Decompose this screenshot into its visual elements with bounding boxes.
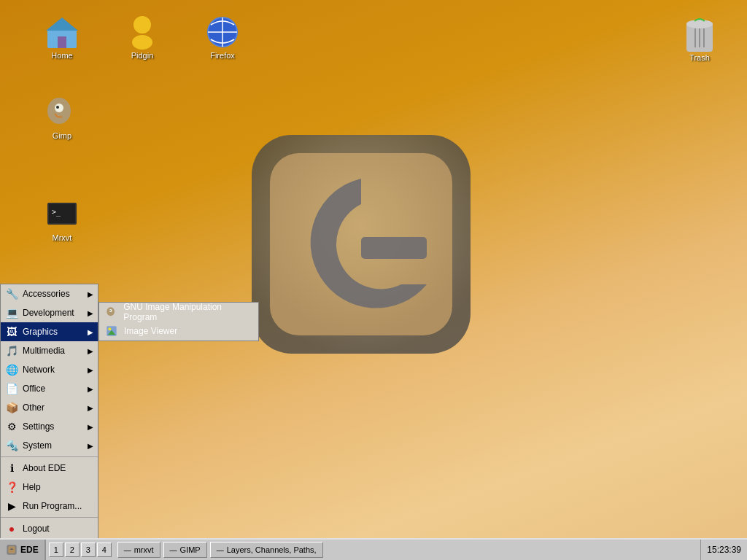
menu-separator-1 xyxy=(1,456,98,457)
start-button[interactable]: EDE xyxy=(0,540,46,560)
menu-item-help[interactable]: ❓ Help xyxy=(1,478,98,497)
svg-rect-5 xyxy=(58,36,66,48)
pidgin-icon xyxy=(125,15,160,50)
menu-item-settings[interactable]: ⚙ Settings ▶ xyxy=(1,417,98,436)
menu-separator-2 xyxy=(1,517,98,518)
home-icon xyxy=(44,15,80,50)
settings-icon: ⚙ xyxy=(5,420,18,433)
menu-item-network[interactable]: 🌐 Network ▶ xyxy=(1,360,98,379)
gimp-icon xyxy=(44,95,80,130)
desktop-icon-trash[interactable]: Trash xyxy=(674,18,725,62)
multimedia-icon: 🎵 xyxy=(5,344,18,357)
firefox-icon xyxy=(205,15,240,50)
run-icon: ▶ xyxy=(5,499,18,513)
workspace-3[interactable]: 3 xyxy=(81,542,96,557)
task-layers[interactable]: — Layers, Channels, Paths, xyxy=(210,542,323,558)
submenu-item-viewer[interactable]: Image Viewer xyxy=(99,322,258,341)
clock: 15:23:39 xyxy=(700,540,747,560)
menu-item-about[interactable]: ℹ About EDE xyxy=(1,459,98,478)
gimp-label: Gimp xyxy=(53,131,71,140)
network-icon: 🌐 xyxy=(5,363,18,376)
menu-item-accessories[interactable]: 🔧 Accessories ▶ xyxy=(1,284,98,303)
menu-item-logout[interactable]: ● Logout xyxy=(1,519,98,538)
task-list: — mrxvt — GIMP — Layers, Channels, Paths… xyxy=(117,540,701,560)
about-icon: ℹ xyxy=(5,462,18,475)
svg-point-25 xyxy=(109,310,110,311)
task-gimp-label: GIMP xyxy=(180,545,201,554)
ede-logo xyxy=(244,128,478,361)
task-gimp-dash: — xyxy=(170,546,177,554)
clock-display: 15:23:39 xyxy=(707,545,741,555)
firefox-label: Firefox xyxy=(210,51,235,60)
start-label: EDE xyxy=(20,545,39,555)
submenu-item-gimp[interactable]: GNU Image Manipulation Program xyxy=(99,303,258,322)
gimp-submenu-icon xyxy=(105,306,117,319)
office-icon: 📄 xyxy=(5,382,18,395)
desktop-icon-firefox[interactable]: Firefox xyxy=(193,15,252,60)
desktop-icon-pidgin[interactable]: Pidgin xyxy=(113,15,171,60)
menu-item-multimedia[interactable]: 🎵 Multimedia ▶ xyxy=(1,341,98,360)
svg-marker-4 xyxy=(46,18,78,31)
svg-point-14 xyxy=(56,106,59,109)
development-icon: 💻 xyxy=(5,306,18,319)
task-mrxvt-label: mrxvt xyxy=(134,545,154,554)
svg-text:>_: >_ xyxy=(52,208,61,217)
mrxvt-label: Mrxvt xyxy=(53,233,72,242)
taskbar: EDE 1 2 3 4 — mrxvt — GIMP — Layers, Cha… xyxy=(0,538,747,560)
graphics-icon: 🖼 xyxy=(5,325,18,338)
home-label: Home xyxy=(51,51,72,60)
desktop-icon-gimp[interactable]: Gimp xyxy=(33,95,91,140)
logout-icon: ● xyxy=(5,522,18,535)
application-menu: 🔧 Accessories ▶ 💻 Development ▶ 🖼 Graphi… xyxy=(0,284,98,538)
accessories-icon: 🔧 xyxy=(5,287,18,300)
svg-point-27 xyxy=(108,327,111,330)
mrxvt-icon: >_ xyxy=(44,197,80,232)
svg-point-6 xyxy=(133,16,151,34)
menu-item-development[interactable]: 💻 Development ▶ xyxy=(1,303,98,322)
workspace-2[interactable]: 2 xyxy=(65,542,80,557)
trash-label: Trash xyxy=(689,53,710,62)
graphics-submenu: GNU Image Manipulation Program Image Vie… xyxy=(98,302,259,341)
task-mrxvt[interactable]: — mrxvt xyxy=(117,542,160,558)
svg-point-7 xyxy=(132,35,152,50)
viewer-submenu-icon xyxy=(105,324,118,338)
workspace-1[interactable]: 1 xyxy=(49,542,63,557)
task-layers-dash: — xyxy=(217,546,224,554)
task-layers-label: Layers, Channels, Paths, xyxy=(227,545,317,554)
menu-item-run[interactable]: ▶ Run Program... xyxy=(1,497,98,516)
system-icon: 🔩 xyxy=(5,439,18,452)
menu-item-other[interactable]: 📦 Other ▶ xyxy=(1,398,98,417)
svg-point-24 xyxy=(109,309,112,312)
task-mrxvt-dash: — xyxy=(124,546,131,554)
menu-item-office[interactable]: 📄 Office ▶ xyxy=(1,379,98,398)
svg-point-19 xyxy=(686,20,713,28)
workspace-4[interactable]: 4 xyxy=(97,542,112,557)
desktop-icon-home[interactable]: Home xyxy=(33,15,91,60)
pidgin-label: Pidgin xyxy=(131,51,154,60)
menu-item-graphics[interactable]: 🖼 Graphics ▶ GNU Image Manipulation Prog… xyxy=(1,322,98,341)
workspace-buttons: 1 2 3 4 xyxy=(49,540,112,560)
svg-point-13 xyxy=(55,104,63,112)
ede-start-icon xyxy=(6,544,18,556)
help-icon: ❓ xyxy=(5,481,18,494)
desktop-icon-mrxvt[interactable]: >_ Mrxvt xyxy=(33,197,91,242)
svg-rect-2 xyxy=(361,237,427,259)
task-gimp[interactable]: — GIMP xyxy=(163,542,207,558)
other-icon: 📦 xyxy=(5,401,18,414)
menu-item-system[interactable]: 🔩 System ▶ xyxy=(1,436,98,455)
